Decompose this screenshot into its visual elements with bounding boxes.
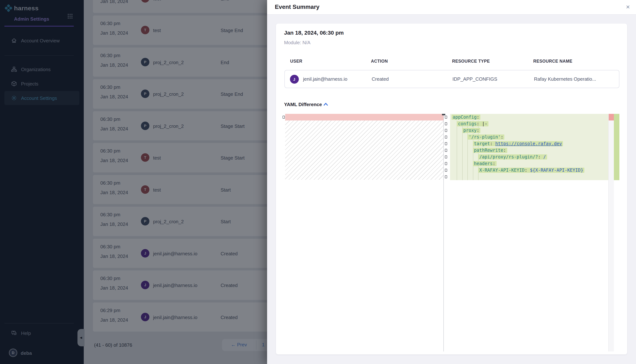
diff-word-highlight: target: https://console.rafay.dev — [473, 141, 563, 146]
fold-marker-icon[interactable] — [445, 136, 447, 138]
diff-pane-divider[interactable] — [444, 114, 444, 351]
column-header-user: USER — [290, 59, 302, 63]
diff-word-highlight: '/rs-plugin': — [468, 134, 505, 140]
event-summary-card: Jan 18, 2024, 06:30 pm Module: N/A USER … — [276, 24, 627, 354]
fold-marker-icon[interactable] — [445, 149, 447, 152]
event-summary-drawer: Event Summary ✕ Jan 18, 2024, 06:30 pm M… — [267, 0, 636, 364]
yaml-diff-viewer: appConfig: configs: |- proxy: '/rs-plugi… — [282, 114, 619, 351]
drawer-title: Event Summary — [275, 4, 319, 10]
column-header-action: ACTION — [371, 59, 388, 63]
fold-marker-icon[interactable] — [445, 155, 447, 158]
close-icon[interactable]: ✕ — [626, 4, 630, 10]
yaml-code-line: proxy: — [452, 127, 608, 134]
diff-removed-line — [285, 114, 444, 120]
fold-marker-icon[interactable] — [445, 162, 447, 165]
fold-marker-icon[interactable] — [445, 129, 447, 132]
diff-word-highlight: appConfig: — [452, 114, 481, 120]
diff-word-highlight: pathRewrite: — [473, 148, 507, 153]
yaml-code-line: /api/proxy/rs-plugin/?: / — [452, 154, 608, 160]
chevron-up-icon[interactable] — [323, 102, 328, 106]
yaml-code-line: pathRewrite: — [452, 147, 608, 154]
fold-marker-icon[interactable] — [445, 116, 447, 118]
yaml-code-line — [452, 173, 608, 180]
avatar: J — [290, 75, 299, 84]
column-header-resource-name: RESOURCE NAME — [533, 59, 572, 63]
diff-word-highlight: /api/proxy/rs-plugin/?: / — [478, 154, 547, 159]
yaml-code-line: '/rs-plugin': — [452, 134, 608, 140]
diff-ruler-added-marker — [614, 114, 619, 180]
diff-added-pane: appConfig: configs: |- proxy: '/rs-plugi… — [450, 114, 608, 351]
fold-marker-icon[interactable] — [445, 168, 447, 172]
event-action: Created — [372, 76, 389, 82]
diff-sash-handle[interactable] — [442, 114, 445, 115]
diff-word-highlight: proxy: — [462, 128, 481, 133]
drawer-header: Event Summary ✕ — [267, 0, 636, 15]
fold-marker-icon[interactable] — [445, 142, 447, 145]
diff-empty-hatch — [285, 120, 444, 180]
yaml-code-line: X-RAFAY-API-KEYID: ${X-RAFAY-API-KEYID} — [452, 167, 608, 173]
fold-marker-icon[interactable] — [283, 116, 285, 118]
yaml-code-line: configs: |- — [452, 120, 608, 127]
diff-scrollbar-track[interactable] — [608, 114, 614, 351]
yaml-code-line: target: https://console.rafay.dev — [452, 140, 608, 147]
event-module: Module: N/A — [284, 40, 310, 45]
fold-marker-icon[interactable] — [445, 122, 447, 125]
yaml-difference-label: YAML Difference — [284, 102, 322, 107]
diff-word-highlight: X-RAFAY-API-KEYID: ${X-RAFAY-API-KEYID} — [478, 168, 584, 172]
yaml-code-line: headers: — [452, 160, 608, 167]
app-root: 06:30 pmJan 18, 2024TtestEnd06:30 pmJan … — [0, 0, 636, 364]
column-header-resource-type: RESOURCE TYPE — [452, 59, 490, 63]
event-resource-type: IDP_APP_CONFIGS — [453, 76, 497, 82]
diff-word-highlight: headers: — [473, 161, 497, 166]
fold-marker-icon[interactable] — [445, 175, 447, 178]
diff-ruler-removed-marker — [609, 114, 614, 120]
event-user: jenil.jain@harness.io — [303, 76, 347, 82]
event-datetime: Jan 18, 2024, 06:30 pm — [284, 30, 344, 36]
diff-word-highlight: configs: |- — [457, 121, 488, 126]
event-table-row: J jenil.jain@harness.io Created IDP_APP_… — [284, 70, 619, 88]
event-resource-name: Rafay Kubernetes Operatio... — [534, 76, 596, 82]
yaml-code-line: appConfig: — [452, 114, 608, 120]
